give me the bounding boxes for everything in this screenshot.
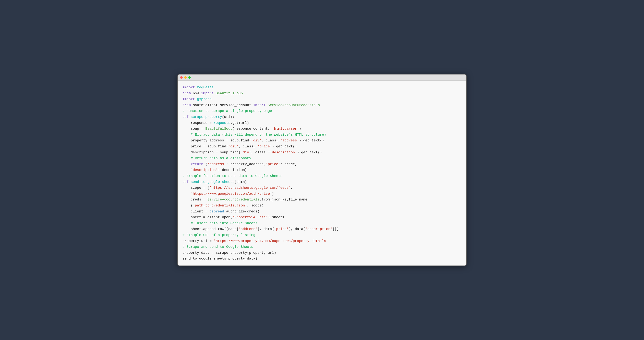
code-line-21: ('path_to_credentials.json', scope) <box>182 203 462 209</box>
code-line-17: def send_to_google_sheets(data): <box>182 179 462 185</box>
code-line-20: creds = ServiceAccountCredentials.from_j… <box>182 197 462 203</box>
close-button[interactable] <box>180 76 182 79</box>
editor-window: import requests from bs4 import Beautifu… <box>178 74 466 266</box>
code-line-12: description = soup.find('div', class_='d… <box>182 150 462 156</box>
code-line-11: price = soup.find('div', class_='price')… <box>182 144 462 150</box>
code-line-2: from bs4 import BeautifulSoup <box>182 91 462 97</box>
code-line-8: soup = BeautifulSoup(response.content, '… <box>182 126 462 132</box>
code-line-24: # Insert data into Google Sheets <box>182 220 462 226</box>
code-area[interactable]: import requests from bs4 import Beautifu… <box>178 81 466 265</box>
code-line-29: property_data = scrape_property(property… <box>182 250 462 256</box>
code-line-13: # Return data as a dictionary <box>182 155 462 161</box>
code-line-27: property_url = 'https://www.property24.c… <box>182 238 462 244</box>
code-line-22: client = gspread.authorize(creds) <box>182 209 462 215</box>
code-line-28: # Scrape and send to Google Sheets <box>182 244 462 250</box>
code-line-7: response = requests.get(url) <box>182 120 462 126</box>
code-line-4: from oauth2client.service_account import… <box>182 102 462 108</box>
code-line-5: # Function to scrape a single property p… <box>182 108 462 114</box>
code-line-23: sheet = client.open('Property24 Data').s… <box>182 214 462 220</box>
code-line-25: sheet.append_row([data['address'], data[… <box>182 226 462 232</box>
code-line-10: property_address = soup.find('div', clas… <box>182 138 462 144</box>
code-line-15: 'description': description} <box>182 167 462 173</box>
code-line-19: 'https://www.googleapis.com/auth/drive'] <box>182 191 462 197</box>
code-line-18: scope = ['https://spreadsheets.google.co… <box>182 185 462 191</box>
title-bar <box>178 75 466 81</box>
code-line-6: def scrape_property(url): <box>182 114 462 120</box>
code-line-14: return {'address': property_address,'pri… <box>182 161 462 167</box>
code-line-16: # Example function to send data to Googl… <box>182 173 462 179</box>
maximize-button[interactable] <box>188 76 191 79</box>
code-line-3: import gspread <box>182 96 462 102</box>
code-line-26: # Example URL of a property listing <box>182 232 462 238</box>
minimize-button[interactable] <box>184 76 187 79</box>
code-line-1: import requests <box>182 85 462 91</box>
code-line-9: # Extract data (this will depend on the … <box>182 132 462 138</box>
code-line-30: send_to_google_sheets(property_data) <box>182 256 462 262</box>
